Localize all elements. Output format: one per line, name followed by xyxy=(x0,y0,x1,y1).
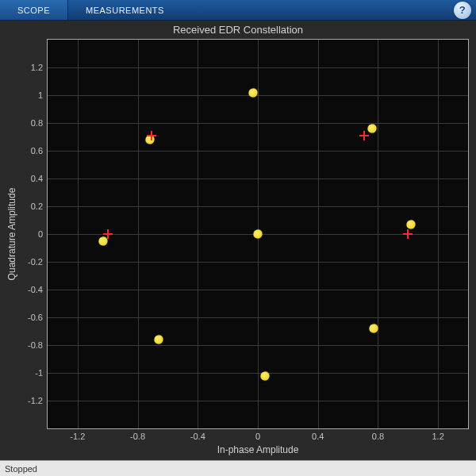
status-text: Stopped xyxy=(5,464,37,474)
data-point xyxy=(407,220,416,228)
data-point xyxy=(249,88,258,97)
grid-line xyxy=(48,290,468,290)
y-tick-label: 0.6 xyxy=(31,146,43,155)
help-icon[interactable]: ? xyxy=(454,2,471,19)
x-tick-label: 0.8 xyxy=(372,432,384,441)
data-point xyxy=(145,136,154,144)
status-bar: Stopped xyxy=(0,460,476,476)
y-tick-label: 0 xyxy=(38,229,43,239)
y-tick-label: -0.6 xyxy=(28,313,43,322)
y-tick-label: 0.8 xyxy=(31,118,43,128)
y-tick-label: -0.4 xyxy=(28,285,43,294)
grid-line xyxy=(48,206,468,207)
y-tick-label: -1.2 xyxy=(28,396,43,405)
toolstrip: SCOPE MEASUREMENTS ? xyxy=(0,0,476,21)
grid-line xyxy=(48,178,468,179)
chart-title: Received EDR Constellation xyxy=(0,24,476,36)
x-tick-label: 1.2 xyxy=(432,432,443,441)
grid-line xyxy=(48,373,468,374)
y-tick-label: 1 xyxy=(38,90,43,100)
y-tick-label: -0.2 xyxy=(28,257,43,267)
y-tick-label: 0.4 xyxy=(31,174,43,183)
x-tick-label: -0.4 xyxy=(190,432,205,441)
constellation-plot[interactable] xyxy=(48,40,468,428)
grid-line xyxy=(48,262,468,263)
tab-measurements[interactable]: MEASUREMENTS xyxy=(68,0,182,20)
y-tick-label: -0.8 xyxy=(28,340,43,350)
data-point xyxy=(261,371,270,380)
grid-line xyxy=(48,317,468,318)
reference-marker xyxy=(359,131,369,140)
data-point xyxy=(254,230,263,239)
data-point xyxy=(155,336,163,344)
grid-line xyxy=(48,67,468,68)
tab-scope[interactable]: SCOPE xyxy=(0,0,68,20)
x-axis-label: In-phase Amplitude xyxy=(217,444,299,455)
x-tick-label: -1.2 xyxy=(70,432,85,441)
data-point xyxy=(99,236,108,245)
grid-line xyxy=(48,151,468,152)
data-point xyxy=(369,324,378,333)
grid-line xyxy=(48,345,468,346)
x-tick-label: 0 xyxy=(255,432,260,441)
data-point xyxy=(367,125,376,133)
y-tick-label: 0.2 xyxy=(31,202,43,211)
x-tick-label: -0.8 xyxy=(130,432,145,441)
y-tick-label: -1 xyxy=(35,368,43,378)
scope-area: Received EDR Constellation Quadrature Am… xyxy=(0,21,476,460)
y-axis-label: Quadrature Amplitude xyxy=(6,188,17,281)
x-tick-label: 0.4 xyxy=(312,432,324,441)
y-tick-label: 1.2 xyxy=(31,63,43,72)
grid-line xyxy=(48,95,468,96)
grid-line xyxy=(48,123,468,124)
grid-line xyxy=(48,401,468,401)
